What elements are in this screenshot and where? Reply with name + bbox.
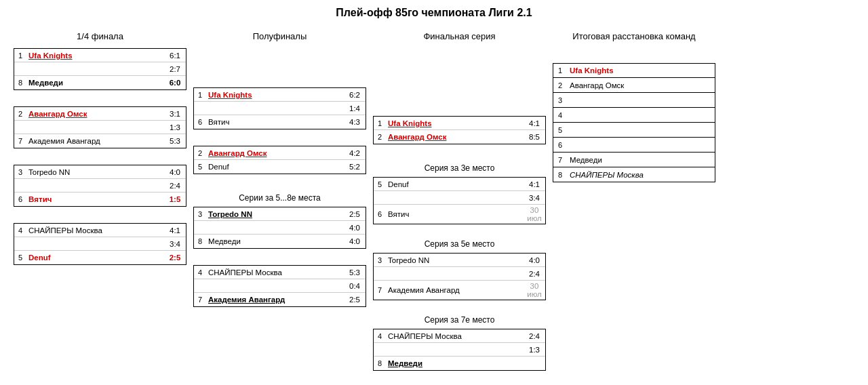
quarter-finals-column: 1/4 финала 1 Ufa Knights 6:1 2:7 8 Медве… [14, 31, 193, 373]
standings-row-1: 1 Ufa Knights [553, 63, 715, 78]
match-5th-place: 3 Torpedo NN 4:0 2:4 7 Академия Авангард… [373, 253, 546, 300]
table-row: 3:4 [374, 191, 545, 205]
table-row: 4:0 [194, 221, 366, 235]
label-3rd-place: Серия за 3е место [373, 163, 546, 173]
match-q2: 2 Авангард Омск 3:1 1:3 7 Академия Аванг… [14, 106, 186, 148]
match-q3: 3 Torpedo NN 4:0 2:4 6 Вятич 1:5 [14, 165, 186, 207]
table-row: 5 Denuf 4:1 [374, 178, 545, 191]
standings-row-5: 5 [553, 123, 715, 138]
table-row: 5 Denuf 2:5 [14, 251, 186, 264]
semi-finals-column: Полуфиналы 1 Ufa Knights 6:2 1:4 6 Вятич… [193, 31, 373, 373]
table-row: 4 СНАЙПЕРЫ Москва 2:4 [374, 329, 545, 343]
table-row: 1 Ufa Knights 6:1 [14, 49, 186, 62]
final-header: Финальная серия [373, 31, 546, 41]
standings-header: Итоговая расстановка команд [553, 31, 715, 41]
table-row: 6 Вятич 1:5 [14, 192, 186, 206]
table-row: 3 Torpedo NN 4:0 [14, 165, 186, 179]
table-row: 8 Медведи 6:0 [14, 76, 186, 89]
standings-row-2: 2 Авангард Омск [553, 78, 715, 93]
label-5th-place: Серия за 5е место [373, 239, 546, 249]
match-q1: 1 Ufa Knights 6:1 2:7 8 Медведи 6:0 [14, 48, 186, 90]
table-row: 6 Вятич 4:3 [194, 115, 366, 129]
standings-row-8: 8 СНАЙПЕРЫ Москва [553, 167, 715, 182]
match-q4: 4 СНАЙПЕРЫ Москва 4:1 3:4 5 Denuf 2:5 [14, 223, 186, 265]
table-row: 8 Медведи [374, 357, 545, 370]
table-row: 1 Ufa Knights 4:1 [374, 117, 545, 130]
standings-row-3: 3 [553, 93, 715, 108]
table-row: 8 Медведи 4:0 [194, 235, 366, 248]
table-row: 1:4 [194, 102, 366, 115]
standings-row-6: 6 [553, 138, 715, 153]
standings-column: Итоговая расстановка команд 1 Ufa Knight… [553, 31, 715, 373]
table-row: 0:4 [194, 279, 366, 293]
table-row: 1:3 [14, 121, 186, 134]
page-title: Плей-офф 85го чемпионата Лиги 2.1 [14, 7, 854, 19]
table-row: 6 Вятич 30 июл [374, 205, 545, 224]
table-row: 2:4 [374, 267, 545, 281]
semi-header: Полуфиналы [193, 31, 366, 41]
table-row: 7 Академия Авангард 2:5 [194, 293, 366, 306]
table-row: 7 Академия Авангард 30 июл [374, 281, 545, 300]
standings-row-4: 4 [553, 108, 715, 123]
quarter-header: 1/4 финала [14, 31, 186, 41]
standings-table: 1 Ufa Knights 2 Авангард Омск 3 4 5 6 [553, 63, 715, 182]
match-7th-place: 4 СНАЙПЕРЫ Москва 2:4 1:3 8 Медведи [373, 329, 546, 371]
match-s4: 4 СНАЙПЕРЫ Москва 5:3 0:4 7 Академия Ава… [193, 265, 366, 307]
table-row: 3 Torpedo NN 4:0 [374, 254, 545, 267]
table-row: 2:7 [14, 62, 186, 76]
table-row: 2 Авангард Омск 8:5 [374, 130, 545, 144]
table-row: 5 Denuf 5:2 [194, 160, 366, 174]
table-row: 7 Академия Авангард 5:3 [14, 134, 186, 148]
match-3rd-place: 5 Denuf 4:1 3:4 6 Вятич 30 июл [373, 177, 546, 224]
table-row: 3:4 [14, 237, 186, 251]
semi-label-5-8: Серии за 5...8е места [193, 193, 366, 203]
label-7th-place: Серия за 7е место [373, 315, 546, 325]
table-row: 2 Авангард Омск 3:1 [14, 107, 186, 121]
match-s3: 3 Torpedo NN 2:5 4:0 8 Медведи 4:0 [193, 207, 366, 249]
match-s1: 1 Ufa Knights 6:2 1:4 6 Вятич 4:3 [193, 87, 366, 129]
final-series-column: Финальная серия 1 Ufa Knights 4:1 2 Аван… [373, 31, 553, 373]
table-row: 4 СНАЙПЕРЫ Москва 4:1 [14, 224, 186, 237]
match-final: 1 Ufa Knights 4:1 2 Авангард Омск 8:5 [373, 116, 546, 144]
table-row: 1:3 [374, 343, 545, 357]
table-row: 2:4 [14, 179, 186, 192]
table-row: 1 Ufa Knights 6:2 [194, 88, 366, 102]
table-row: 2 Авангард Омск 4:2 [194, 146, 366, 160]
standings-row-7: 7 Медведи [553, 153, 715, 167]
table-row: 3 Torpedo NN 2:5 [194, 207, 366, 221]
table-row: 4 СНАЙПЕРЫ Москва 5:3 [194, 266, 366, 279]
match-s2: 2 Авангард Омск 4:2 5 Denuf 5:2 [193, 146, 366, 174]
